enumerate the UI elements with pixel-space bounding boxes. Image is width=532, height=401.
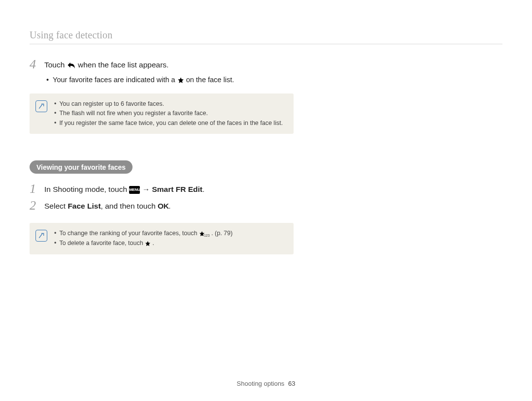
step-text: Select Face List, and then touch OK. xyxy=(44,199,171,212)
step-number: 1 xyxy=(30,183,44,195)
step-1: 1 In Shooting mode, touch MENU → Smart F… xyxy=(30,183,502,195)
text: when the face list appears. xyxy=(78,61,168,69)
text: To delete a favorite face, touch xyxy=(59,240,145,247)
arrow-text: → xyxy=(142,185,152,193)
step-number: 4 xyxy=(30,58,44,71)
step-number: 2 xyxy=(30,199,44,212)
note-box: • To change the ranking of your favorite… xyxy=(30,223,294,254)
note-item: • To change the ranking of your favorite… xyxy=(54,229,233,239)
star-icon xyxy=(177,77,184,84)
note-list: •You can register up to 6 favorite faces… xyxy=(54,99,283,128)
star-delete-icon xyxy=(145,241,151,247)
step-text: Touch when the face list appears. xyxy=(44,58,168,70)
text: In Shooting mode, touch xyxy=(44,185,129,193)
step-4-bullet: • Your favorite faces are indicated with… xyxy=(46,75,502,86)
text: . xyxy=(202,185,204,193)
footer-label: Shooting options xyxy=(237,380,285,387)
step-2: 2 Select Face List, and then touch OK. xyxy=(30,199,502,212)
menu-icon: MENU xyxy=(129,186,140,194)
note-list: • To change the ranking of your favorite… xyxy=(54,229,233,248)
note-icon xyxy=(35,230,47,242)
note-item: • To delete a favorite face, touch . xyxy=(54,239,233,248)
note-box: •You can register up to 6 favorite faces… xyxy=(30,93,294,134)
bullet-dot: • xyxy=(46,75,49,86)
text: Touch xyxy=(44,61,67,69)
page-footer: Shooting options 63 xyxy=(0,380,532,387)
note-item: •If you register the same face twice, yo… xyxy=(54,119,283,128)
note-item: •You can register up to 6 favorite faces… xyxy=(54,99,283,109)
step-text: In Shooting mode, touch MENU → Smart FR … xyxy=(44,183,204,195)
star-rank-subscript: 123 xyxy=(204,234,210,237)
subsection-heading: Viewing your favorite faces xyxy=(30,160,133,174)
text: You can register up to 6 favorite faces. xyxy=(59,99,164,109)
text: Your favorite faces are indicated with a xyxy=(53,76,177,84)
page-number: 63 xyxy=(288,380,295,387)
text-bold: Smart FR Edit xyxy=(152,185,202,193)
note-icon xyxy=(35,100,47,112)
text: . xyxy=(153,240,154,247)
step-4: 4 Touch when the face list appears. xyxy=(30,58,502,71)
section-title: Using face detection xyxy=(30,30,502,44)
text: To change the ranking of your favorite f… xyxy=(59,230,199,237)
text: . (p. 79) xyxy=(211,230,233,237)
text-bold: Face List xyxy=(67,202,100,210)
text: on the face list. xyxy=(186,76,234,84)
text: . xyxy=(168,202,170,210)
text: , and then touch xyxy=(101,202,158,210)
ok-icon: OK xyxy=(158,202,168,210)
note-item: •The flash will not fire when you regist… xyxy=(54,109,283,118)
back-arrow-icon xyxy=(67,61,76,70)
text: Select xyxy=(44,202,67,210)
text: If you register the same face twice, you… xyxy=(59,119,283,128)
text: The flash will not fire when you registe… xyxy=(59,109,208,118)
